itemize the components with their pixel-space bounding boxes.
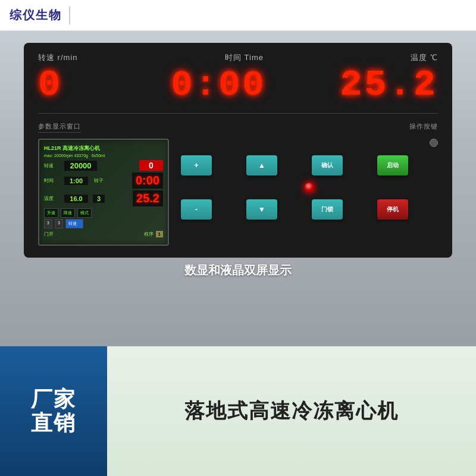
time-label: 时间 Time	[225, 52, 264, 63]
footer-left: 厂家直销	[0, 346, 107, 476]
footer-right: 落地式高速冷冻离心机	[107, 346, 476, 476]
footer: 厂家直销 落地式高速冷冻离心机	[0, 346, 476, 476]
lcd-speed-label: 转速	[44, 162, 61, 169]
control-panel: 转速 r/min 时间 Time 温度 ℃ 0 0:00 25.2 参数显示窗口…	[24, 43, 452, 258]
panel-divider	[38, 113, 438, 114]
stop-button[interactable]: 停机	[377, 199, 408, 220]
header-divider	[69, 7, 70, 24]
lcd-temp-label: 温度	[44, 195, 61, 202]
buttons-grid-2: - ▼ 门锁 停机	[181, 199, 438, 220]
buttons-grid: + ▲ 确认 启动	[181, 155, 438, 176]
lcd-door-label: 门开	[44, 231, 54, 237]
speed-display-block: 0	[38, 67, 109, 104]
lcd-program-value: 1	[156, 231, 163, 237]
controls-section-title: 操作按键	[409, 122, 438, 133]
led-indicator	[305, 183, 314, 192]
lcd-decel-label: 降速	[61, 208, 75, 218]
lcd-program-label: 程序	[144, 231, 154, 237]
lcd-temp-row: 温度 16.0 3 25.2	[44, 190, 163, 206]
time-display: 0:00	[171, 67, 267, 103]
lcd-time-label: 时间	[44, 177, 61, 184]
bottom-info-text: 数显和液晶双屏显示	[184, 264, 292, 277]
start-button[interactable]: 启动	[377, 155, 408, 176]
lcd-rotor-value: 0	[139, 160, 163, 171]
section-labels: 转速 r/min 时间 Time 温度 ℃	[38, 52, 438, 63]
plus-button[interactable]: +	[181, 155, 212, 176]
lcd-subtitle-left: max: 20000rpm 43370g	[44, 154, 88, 158]
lcd-decel-value: 3	[55, 219, 63, 228]
lcd-subtitle-right: 6x50ml	[92, 154, 105, 158]
lcd-time-value: 1:00	[64, 177, 88, 185]
displays-row: 0 0:00 25.2	[38, 67, 438, 104]
lower-controls: HL21R 高速冷冻离心机 max: 20000rpm 43370g 6x50m…	[38, 139, 438, 246]
machine-area: 转速 r/min 时间 Time 温度 ℃ 0 0:00 25.2 参数显示窗口…	[0, 31, 476, 346]
lcd-rotor-label: 转子	[94, 177, 111, 184]
footer-right-text: 落地式高速冷冻离心机	[184, 397, 399, 425]
lcd-temp-value: 16.0	[64, 195, 88, 203]
up-button[interactable]: ▲	[246, 155, 277, 176]
led-top	[430, 139, 438, 147]
header: 综仪生物	[0, 0, 476, 31]
right-controls: + ▲ 确认 启动 - ▼ 门锁 停机	[181, 139, 438, 220]
lcd-display: HL21R 高速冷冻离心机 max: 20000rpm 43370g 6x50m…	[38, 139, 169, 246]
lcd-speed-row: 转速 20000 0	[44, 160, 163, 171]
speed-display: 0	[38, 67, 62, 104]
lcd-temp-big: 25.2	[133, 190, 163, 206]
down-button[interactable]: ▼	[246, 199, 277, 220]
lcd-time-big: 0:00	[132, 173, 163, 189]
lcd-accel-value: 3	[44, 219, 52, 228]
lcd-temp-num: 3	[93, 195, 105, 203]
lcd-values-row: 3 3 转速	[44, 219, 163, 228]
temp-display-block: 25.2	[340, 67, 438, 104]
param-section-title: 参数显示窗口	[38, 122, 81, 133]
company-logo: 综仪生物	[10, 7, 62, 23]
lcd-program-row: 门开 程序 1	[44, 231, 163, 237]
temp-display: 25.2	[340, 67, 438, 104]
lcd-accel-label: 升速	[44, 208, 58, 218]
lcd-speed-value: 20000	[64, 161, 97, 171]
lcd-mode-value: 转速	[65, 219, 83, 228]
footer-left-text: 厂家直销	[31, 387, 76, 434]
door-button[interactable]: 门锁	[312, 199, 343, 220]
lcd-time-row: 时间 1:00 转子 0:00	[44, 173, 163, 189]
speed-label: 转速 r/min	[38, 52, 78, 63]
lcd-bottom-row: 升速 降速 模式	[44, 208, 163, 218]
lcd-mode-label: 模式	[77, 208, 92, 218]
confirm-button[interactable]: 确认	[312, 155, 343, 176]
time-display-block: 0:00	[171, 67, 278, 103]
bottom-info: 数显和液晶双屏显示	[24, 262, 452, 278]
lcd-title: HL21R 高速冷冻离心机	[44, 145, 163, 152]
minus-button[interactable]: -	[181, 199, 212, 220]
temp-label: 温度 ℃	[411, 52, 438, 63]
